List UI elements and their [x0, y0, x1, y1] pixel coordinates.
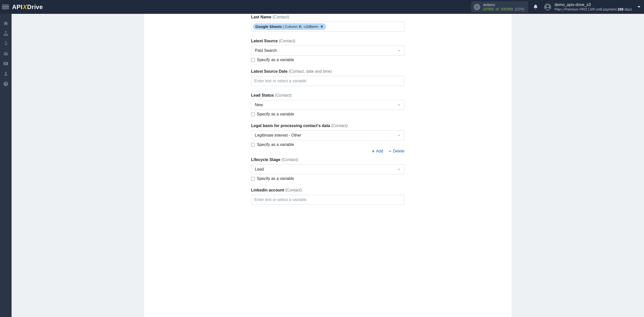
hamburger-menu-icon[interactable]: [2, 4, 9, 11]
label-text: Latest Source: [251, 39, 278, 43]
add-field-button[interactable]: + Add: [372, 149, 383, 153]
tag-value: «Gilbert»: [303, 24, 319, 29]
svg-point-1: [546, 5, 549, 7]
delete-field-button[interactable]: − Delete: [389, 149, 405, 153]
label-hint: (Contact): [275, 93, 292, 97]
field-label: Linkedin account (Contact): [251, 188, 405, 192]
label-text: Lifecycle Stage: [251, 157, 280, 162]
label-text: Linkedin account: [251, 188, 284, 192]
latest-source-date-input[interactable]: [251, 76, 405, 86]
label-text: Last Name: [251, 15, 271, 19]
plan-prefix: Plan |: [554, 7, 564, 11]
checkbox-input[interactable]: [251, 143, 255, 147]
last-name-input[interactable]: Google Sheets | Column B: «Gilbert» ✕: [251, 22, 405, 32]
field-lead-status: Lead Status (Contact) New Specify as a v…: [251, 93, 405, 116]
chevron-down-icon: [397, 168, 401, 171]
sidebar-billing-icon[interactable]: [0, 38, 12, 49]
chevron-down-icon: [397, 49, 401, 52]
field-label: Legal basis for processing contact's dat…: [251, 124, 405, 128]
checkbox-input[interactable]: [251, 177, 255, 181]
sidebar-sitemap-icon[interactable]: [0, 28, 12, 38]
label-hint: (Contact): [331, 124, 348, 128]
field-label: Lead Status (Contact): [251, 93, 405, 98]
sidebar-youtube-icon[interactable]: [0, 59, 12, 69]
linkedin-input[interactable]: [251, 195, 405, 205]
svg-point-9: [6, 85, 6, 85]
sidebar-home-icon[interactable]: [0, 18, 12, 28]
svg-rect-5: [7, 35, 8, 36]
checkbox-label: Specify as a variable: [257, 112, 294, 116]
label-hint: (Contact): [272, 15, 289, 19]
delete-label: Delete: [393, 149, 405, 153]
info-icon: i: [474, 4, 480, 10]
legal-basis-select[interactable]: Legitimate interest - Other: [251, 130, 405, 140]
brand-part-x: X: [23, 4, 27, 11]
minus-icon: −: [389, 149, 391, 153]
label-text: Legal basis for processing contact's dat…: [251, 124, 330, 128]
field-legal-basis: Legal basis for processing contact's dat…: [251, 124, 405, 147]
checkbox-input[interactable]: [251, 58, 255, 62]
field-lifecycle-stage: Lifecycle Stage (Contact) Lead Specify a…: [251, 157, 405, 181]
plan-name: Premium PRO: [565, 7, 587, 11]
lead-status-select[interactable]: New: [251, 100, 405, 110]
user-text: demo_apix-drive_s3 Plan | Premium PRO | …: [554, 2, 632, 12]
user-plan: Plan | Premium PRO | left until payment …: [554, 7, 632, 12]
user-menu[interactable]: demo_apix-drive_s3 Plan | Premium PRO | …: [544, 2, 640, 12]
field-label: Lifecycle Stage (Contact): [251, 157, 405, 162]
label-hint: (Contact): [281, 157, 298, 162]
latest-source-select[interactable]: Paid Search: [251, 46, 405, 56]
plan-suffix: days: [624, 7, 632, 11]
field-last-name: Last Name (Contact) Google Sheets | Colu…: [251, 15, 405, 32]
plan-days: 288: [618, 7, 623, 11]
top-bar: API X Drive i Actions: 22'093 of 100'000…: [0, 0, 644, 14]
checkbox-label: Specify as a variable: [257, 176, 294, 181]
tag-remove-icon[interactable]: ✕: [320, 24, 324, 29]
sidebar: [0, 14, 12, 317]
field-label: Latest Source (Contact): [251, 39, 405, 43]
label-hint: (Contact): [285, 188, 302, 192]
select-value: Paid Search: [255, 48, 277, 53]
specify-variable-checkbox[interactable]: Specify as a variable: [251, 112, 405, 116]
user-name: demo_apix-drive_s3: [554, 2, 632, 7]
select-value: Lead: [255, 167, 264, 172]
actions-pct: (22%): [515, 7, 524, 11]
checkbox-label: Specify as a variable: [257, 142, 294, 147]
svg-point-7: [5, 72, 7, 74]
sidebar-briefcase-icon[interactable]: [0, 49, 12, 59]
variable-tag[interactable]: Google Sheets | Column B: «Gilbert» ✕: [253, 23, 326, 30]
user-avatar-icon: [544, 3, 551, 11]
notifications-icon[interactable]: [533, 4, 538, 10]
checkbox-input[interactable]: [251, 112, 255, 116]
actions-label: Actions:: [483, 3, 525, 7]
specify-variable-checkbox[interactable]: Specify as a variable: [251, 176, 405, 181]
select-value: Legitimate interest - Other: [255, 133, 301, 138]
tag-source: Google Sheets: [255, 24, 282, 29]
checkbox-label: Specify as a variable: [257, 58, 294, 62]
sidebar-help-icon[interactable]: [0, 79, 12, 89]
lifecycle-stage-select[interactable]: Lead: [251, 164, 405, 174]
chevron-down-icon[interactable]: [637, 6, 640, 8]
sidebar-profile-icon[interactable]: [0, 69, 12, 79]
settings-card: Last Name (Contact) Google Sheets | Colu…: [144, 14, 511, 317]
actions-of: of: [496, 7, 499, 11]
chevron-down-icon: [397, 103, 401, 107]
field-latest-source-date: Latest Source Date (Contact, date and ti…: [251, 69, 405, 86]
page-scroll[interactable]: Last Name (Contact) Google Sheets | Colu…: [12, 14, 644, 317]
field-linkedin: Linkedin account (Contact): [251, 188, 405, 205]
brand-part-api: API: [12, 4, 23, 11]
label-text: Latest Source Date: [251, 69, 288, 73]
svg-rect-3: [4, 35, 5, 36]
actions-text: Actions: 22'093 of 100'000 (22%): [483, 3, 525, 11]
actions-counter[interactable]: i Actions: 22'093 of 100'000 (22%): [471, 1, 529, 13]
form-column: Last Name (Contact) Google Sheets | Colu…: [251, 15, 405, 205]
label-hint: (Contact): [279, 39, 295, 43]
brand-logo[interactable]: API X Drive: [12, 4, 43, 11]
specify-variable-checkbox[interactable]: Specify as a variable: [251, 142, 405, 147]
actions-values: 22'093 of 100'000 (22%): [483, 7, 525, 11]
label-hint: (Contact, date and time): [289, 69, 332, 73]
actions-total: 100'000: [501, 7, 513, 11]
svg-rect-2: [5, 31, 7, 32]
plus-icon: +: [372, 149, 375, 153]
specify-variable-checkbox[interactable]: Specify as a variable: [251, 58, 405, 62]
brand-part-drive: Drive: [27, 4, 43, 11]
